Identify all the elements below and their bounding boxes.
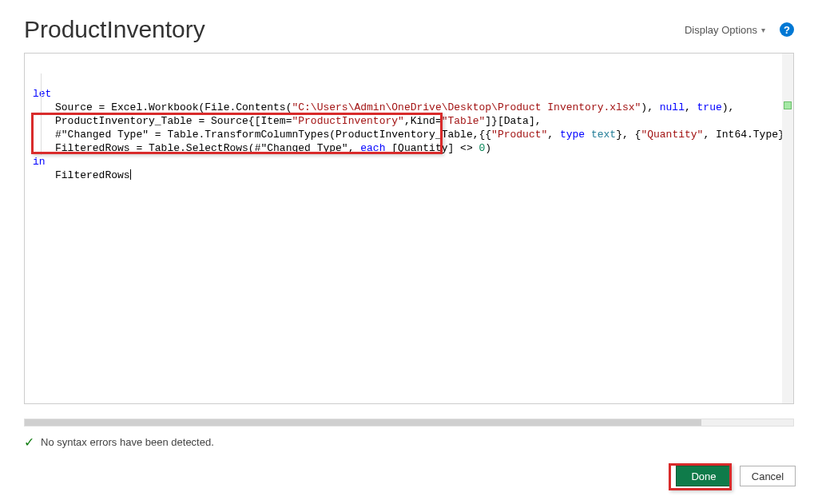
- vertical-scrollbar[interactable]: [782, 54, 793, 403]
- page-title: ProductInventory: [24, 16, 205, 43]
- code-line-3: ProductInventory_Table = Source{[Item="P…: [55, 115, 542, 127]
- chevron-down-icon: ▾: [761, 26, 765, 34]
- code-line-4: #"Changed Type" = Table.TransformColumnT…: [55, 129, 793, 141]
- display-options-dropdown[interactable]: Display Options ▾: [685, 24, 765, 36]
- status-text: No syntax errors have been detected.: [41, 436, 214, 448]
- status-bar: ✓ No syntax errors have been detected.: [24, 435, 214, 450]
- check-icon: ✓: [24, 435, 34, 450]
- done-button[interactable]: Done: [676, 466, 732, 486]
- indent-guide: [41, 73, 42, 155]
- change-marker: [784, 101, 792, 109]
- hscroll-thumb[interactable]: [25, 419, 701, 426]
- editor-header: ProductInventory Display Options ▾ ?: [0, 0, 818, 53]
- help-icon[interactable]: ?: [780, 22, 794, 37]
- code-line-5: FilteredRows = Table.SelectRows(#"Change…: [55, 142, 491, 154]
- hscroll-track: [24, 419, 794, 427]
- cancel-button[interactable]: Cancel: [740, 466, 796, 486]
- code-editor[interactable]: let Source = Excel.Workbook(File.Content…: [25, 54, 793, 403]
- header-actions: Display Options ▾ ?: [685, 22, 794, 37]
- horizontal-scrollbar[interactable]: [24, 417, 794, 428]
- display-options-label: Display Options: [685, 24, 757, 36]
- keyword-in: in: [33, 156, 46, 168]
- dialog-buttons: Done Cancel: [676, 466, 796, 486]
- text-cursor: [130, 169, 131, 180]
- keyword-let: let: [33, 88, 51, 100]
- code-line-2: Source = Excel.Workbook(File.Contents("C…: [55, 101, 734, 113]
- code-line-7: FilteredRows: [55, 169, 130, 181]
- code-editor-container: let Source = Excel.Workbook(File.Content…: [24, 53, 794, 404]
